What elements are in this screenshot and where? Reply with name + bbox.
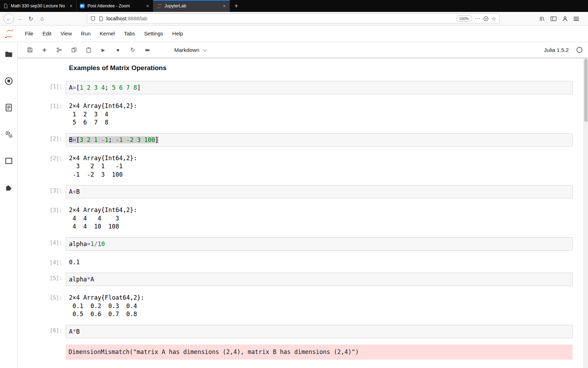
output-prompt: [1]: (24, 101, 66, 127)
notebook-scroll-area[interactable]: Examples of Matrix Operations[1]:A=[1 2 … (18, 58, 588, 368)
back-button[interactable]: ← (4, 13, 14, 24)
input-prompt: [6]: (24, 325, 66, 338)
copy-cells-button[interactable] (66, 44, 81, 56)
tracking-protection-shield-icon[interactable] (90, 16, 96, 21)
file-browser-icon[interactable] (4, 50, 13, 59)
reload-button[interactable]: ↻ (25, 13, 36, 24)
tab-close-icon[interactable]: × (69, 3, 73, 9)
cell-editor[interactable]: A*B (66, 325, 573, 338)
menu-run[interactable]: Run (76, 26, 95, 42)
code-token: = (72, 84, 76, 91)
code-token: A (69, 84, 72, 91)
forward-button[interactable]: → (14, 13, 25, 24)
cell-editor[interactable]: A+B (66, 185, 573, 198)
menu-hamburger-icon[interactable] (574, 17, 579, 21)
cut-cells-button[interactable] (52, 44, 66, 56)
code-token: 10 (98, 240, 105, 247)
output-area: 2×4 Array{Float64,2}: 0.1 0.2 0.3 0.4 0.… (66, 292, 573, 319)
save-button[interactable] (22, 44, 37, 56)
tab-close-icon[interactable]: × (146, 3, 150, 9)
output-text: 2×4 Array{Int64,2}: 3 2 1 -1 -1 -2 3 100 (69, 153, 573, 179)
code-cell-output-row: [1]:2×4 Array{Int64,2}: 1 2 3 4 5 6 7 8 (24, 101, 573, 127)
cell-type-value: Markdown (174, 47, 200, 53)
cell-editor[interactable]: B=[3 2 1 -1; -1 -2 3 100] (66, 133, 573, 146)
code-line: A=[1 2 3 4; 5 6 7 8] (69, 83, 569, 92)
interrupt-kernel-button[interactable]: ■ (111, 44, 125, 56)
code-token: B (69, 136, 72, 143)
zoom-level-badge[interactable]: 150% (456, 15, 472, 22)
browser-tab-jupyterlab[interactable]: JupyterLab × (153, 0, 230, 12)
menu-tabs[interactable]: Tabs (119, 26, 140, 42)
tab-title: Post Attendee - Zoom (88, 4, 143, 8)
error-text: DimensionMismatch("matrix A has dimensio… (69, 348, 570, 356)
sidebar-toggle-icon[interactable] (551, 16, 556, 21)
menu-kernel[interactable]: Kernel (95, 26, 119, 42)
menu-help[interactable]: Help (168, 26, 188, 42)
cell-editor[interactable]: A=[1 2 3 4; 5 6 7 8] (66, 81, 573, 94)
code-token: A (90, 276, 94, 283)
tab-title: JupyterLab (164, 4, 219, 8)
url-bar[interactable]: localhost:8888/lab 150% ⋯ ☆ (87, 13, 500, 24)
code-cell-input-row: [2]:B=[3 2 1 -1; -1 -2 3 100] (24, 133, 573, 146)
running-kernels-icon[interactable] (4, 76, 13, 86)
output-text: 2×4 Array{Int64,2}: 1 2 3 4 5 6 7 8 (69, 101, 573, 127)
site-info-icon[interactable] (98, 16, 104, 21)
code-cell-output-row: [2]:2×4 Array{Int64,2}: 3 2 1 -1 -1 -2 3… (24, 153, 573, 179)
output-prompt: [4]: (24, 257, 66, 267)
code-token: 5 6 7 8 (112, 84, 137, 91)
kernel-name-label[interactable]: Julia 1.5.2 (544, 47, 569, 53)
markdown-rendered: Examples of Matrix Operations (66, 63, 573, 72)
bookmark-star-icon[interactable]: ☆ (491, 15, 496, 22)
code-cell-error-row: DimensionMismatch("matrix A has dimensio… (24, 345, 573, 360)
url-text: localhost:8888/lab (106, 16, 147, 21)
code-token: 1 (105, 136, 108, 143)
output-prompt: [5]: (24, 292, 66, 319)
paste-cells-button[interactable] (81, 44, 96, 56)
menu-edit[interactable]: Edit (38, 26, 56, 42)
open-tabs-icon[interactable] (4, 156, 13, 165)
code-token: / (94, 240, 98, 247)
home-button[interactable]: ⌂ (36, 13, 48, 24)
browser-tab-zoom[interactable]: Post Attendee - Zoom × (77, 0, 153, 12)
menu-settings[interactable]: Settings (140, 26, 168, 42)
output-area: 0.1 (66, 257, 573, 267)
pocket-icon[interactable] (483, 16, 489, 21)
page-actions-icon[interactable]: ⋯ (475, 15, 481, 22)
command-palette-icon[interactable] (4, 103, 13, 112)
kernel-status-indicator[interactable] (576, 47, 582, 53)
new-tab-button[interactable]: + (230, 0, 243, 12)
menu-file[interactable]: File (20, 26, 38, 42)
account-icon[interactable] (562, 16, 568, 22)
property-inspector-gears-icon[interactable] (4, 130, 13, 139)
output-area: 2×4 Array{Int64,2}: 1 2 3 4 5 6 7 8 (66, 101, 573, 127)
library-icon[interactable] (539, 16, 545, 22)
cell-editor[interactable]: alpha*A (66, 273, 573, 286)
code-token: ; (105, 84, 112, 91)
markdown-cell[interactable]: Examples of Matrix Operations (24, 63, 573, 72)
code-token: - (115, 136, 119, 143)
nav-right-cluster (539, 16, 581, 22)
code-token: alpha (69, 240, 87, 247)
extension-manager-puzzle-icon[interactable] (4, 183, 13, 192)
run-cell-button[interactable]: ▶ (96, 44, 111, 56)
input-prompt: [2]: (24, 133, 66, 146)
output-prompt: [2]: (24, 153, 66, 179)
jupyter-favicon-icon (156, 4, 162, 9)
output-area: 2×4 Array{Int64,2}: 4 4 4 3 4 4 10 108 (66, 205, 573, 231)
scrollbar-thumb[interactable] (584, 59, 588, 122)
notebook-toolbar: + ▶ ■ ↻ ▶▶ Markdown Julia 1.5.2 (18, 42, 588, 58)
left-activity-sidebar (0, 42, 18, 368)
add-cell-button[interactable]: + (37, 44, 52, 56)
notebook-scrollbar[interactable] (583, 58, 588, 368)
browser-tab-lecture-notes[interactable]: Math 330 sep30 Lecture No × (0, 0, 77, 12)
restart-and-run-all-button[interactable]: ▶▶ (140, 44, 155, 56)
code-token: B (76, 328, 80, 335)
tab-close-icon[interactable]: × (222, 3, 226, 9)
cell-editor[interactable]: alpha=1/10 (66, 237, 573, 251)
menu-view[interactable]: View (56, 26, 76, 42)
browser-tab-bar: Math 330 sep30 Lecture No × Post Attende… (0, 0, 588, 12)
restart-kernel-button[interactable]: ↻ (125, 44, 140, 56)
code-token: + (72, 188, 76, 195)
cell-type-dropdown[interactable]: Markdown (174, 47, 206, 53)
cell-prompt-empty (24, 63, 66, 72)
